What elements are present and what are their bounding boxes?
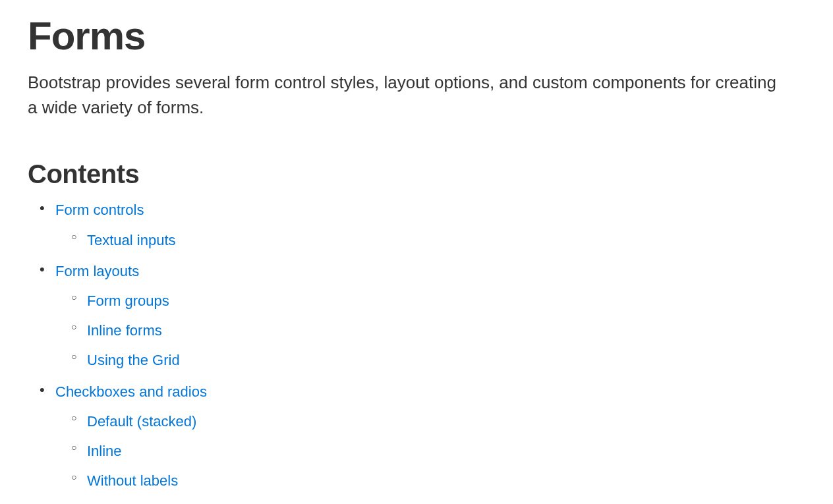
toc-subitem: Without labels <box>87 469 805 492</box>
toc-link-default-stacked[interactable]: Default (stacked) <box>87 413 196 430</box>
contents-heading: Contents <box>28 159 805 189</box>
toc-subitem: Inline <box>87 439 805 462</box>
toc-link-textual-inputs[interactable]: Textual inputs <box>87 232 176 248</box>
toc-link-checkboxes-radios[interactable]: Checkboxes and radios <box>55 383 207 400</box>
toc-link-form-groups[interactable]: Form groups <box>87 293 169 309</box>
toc-sublist: Textual inputs <box>55 229 805 252</box>
toc-item: Checkboxes and radios Default (stacked) … <box>55 380 805 493</box>
toc-link-form-controls[interactable]: Form controls <box>55 202 144 218</box>
toc-subitem: Form groups <box>87 289 805 312</box>
toc-subitem: Default (stacked) <box>87 410 805 433</box>
toc-sublist: Form groups Inline forms Using the Grid <box>55 289 805 372</box>
toc-subitem: Using the Grid <box>87 349 805 372</box>
toc-list: Form controls Textual inputs Form layout… <box>28 198 805 492</box>
toc-link-inline[interactable]: Inline <box>87 443 122 459</box>
toc-link-using-grid[interactable]: Using the Grid <box>87 352 180 368</box>
toc-item: Form controls Textual inputs <box>55 198 805 251</box>
toc-link-form-layouts[interactable]: Form layouts <box>55 263 139 279</box>
toc-link-without-labels[interactable]: Without labels <box>87 472 178 489</box>
toc-item: Form layouts Form groups Inline forms Us… <box>55 260 805 372</box>
lead-paragraph: Bootstrap provides several form control … <box>28 70 786 120</box>
toc-link-inline-forms[interactable]: Inline forms <box>87 322 162 339</box>
toc-subitem: Textual inputs <box>87 229 805 252</box>
toc-sublist: Default (stacked) Inline Without labels <box>55 410 805 493</box>
page-title: Forms <box>28 13 805 59</box>
toc-subitem: Inline forms <box>87 319 805 342</box>
